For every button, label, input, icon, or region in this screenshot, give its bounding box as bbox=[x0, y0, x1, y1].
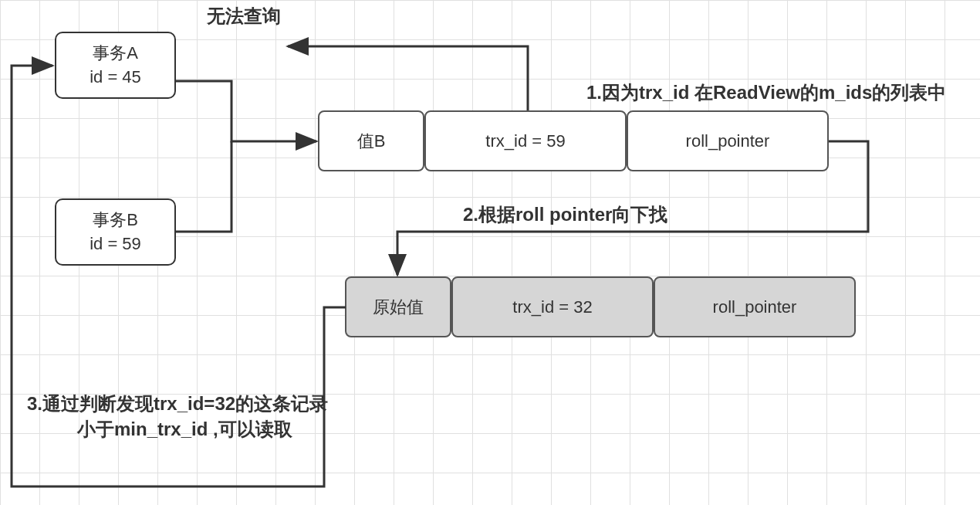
row1-roll-cell: roll_pointer bbox=[627, 110, 829, 171]
row1-value-cell: 值B bbox=[318, 110, 424, 171]
label-step3-line1: 3.通过判断发现trx_id=32的这条记录 bbox=[27, 391, 328, 416]
transaction-a-box: 事务A id = 45 bbox=[55, 32, 176, 99]
label-top-center: 无法查询 bbox=[207, 4, 281, 29]
row2-roll: roll_pointer bbox=[713, 297, 797, 317]
row1-trx: trx_id = 59 bbox=[485, 131, 565, 151]
row2-roll-cell: roll_pointer bbox=[654, 276, 856, 337]
tx-a-id: id = 45 bbox=[90, 66, 141, 90]
row2-value: 原始值 bbox=[373, 296, 424, 319]
transaction-b-box: 事务B id = 59 bbox=[55, 198, 176, 266]
row2-value-cell: 原始值 bbox=[345, 276, 451, 337]
label-step2: 2.根据roll pointer向下找 bbox=[463, 202, 667, 227]
row1-roll: roll_pointer bbox=[686, 131, 770, 151]
tx-b-id: id = 59 bbox=[90, 232, 141, 256]
row1-value: 值B bbox=[357, 130, 386, 153]
label-step1: 1.因为trx_id 在ReadView的m_ids的列表中 bbox=[586, 80, 946, 105]
row1-trx-cell: trx_id = 59 bbox=[424, 110, 627, 171]
tx-b-name: 事务B bbox=[93, 208, 138, 232]
label-step3-line2: 小于min_trx_id ,可以读取 bbox=[77, 417, 292, 442]
row2-trx: trx_id = 32 bbox=[512, 297, 592, 317]
row2-trx-cell: trx_id = 32 bbox=[451, 276, 654, 337]
tx-a-name: 事务A bbox=[93, 42, 138, 66]
